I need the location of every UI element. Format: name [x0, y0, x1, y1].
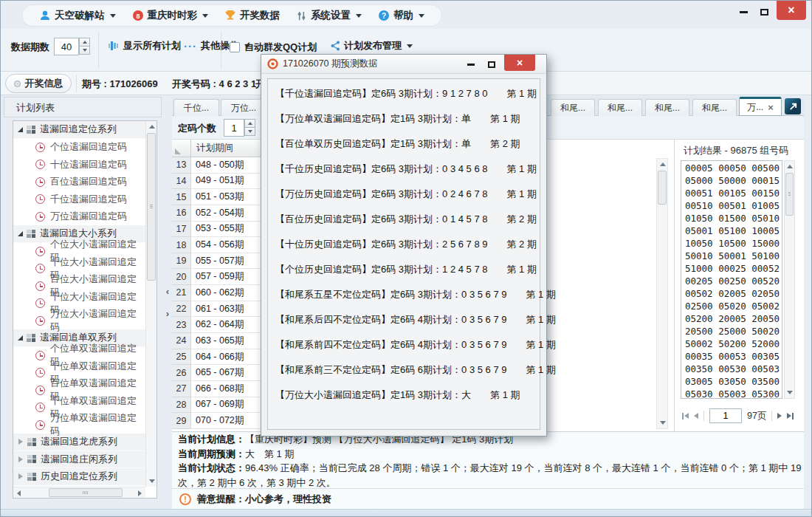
scroll-up-icon[interactable]	[657, 159, 668, 170]
table-row[interactable]: 29 070 - 072期	[172, 413, 264, 429]
tree-item[interactable]: 个位遗漏回追定码	[13, 139, 145, 157]
results-row: 03005 03050 03500	[685, 376, 782, 388]
expand-right-button[interactable]: ›	[163, 304, 172, 323]
other-operations-button[interactable]: ··· 其他操作	[184, 39, 250, 52]
tab-hewei-2[interactable]: 和尾...	[598, 99, 642, 116]
dialog-maximize-button[interactable]	[483, 58, 500, 70]
tree-item[interactable]: 千位遗漏回追定码	[13, 191, 145, 208]
code-count-input[interactable]	[224, 119, 244, 137]
scroll-left-icon[interactable]	[13, 487, 24, 499]
tab-hewei-1[interactable]: 和尾...	[551, 99, 595, 116]
show-all-plans-button[interactable]: 显示所有计划	[109, 39, 181, 52]
table-row[interactable]: 21 060 - 062期	[172, 285, 264, 301]
results-scrollbar[interactable]	[784, 160, 795, 399]
tree-item[interactable]: 百位遗漏回追定码	[13, 174, 145, 191]
dialog-minimize-button[interactable]	[462, 58, 480, 70]
tree-vertical-scrollbar[interactable]	[145, 121, 156, 487]
tree-item[interactable]: 十位遗漏回追定码	[13, 156, 145, 174]
maximize-button[interactable]	[754, 5, 774, 18]
table-row[interactable]: 16 052 - 054期	[172, 205, 264, 222]
table-row[interactable]: 23 062 - 064期	[172, 317, 264, 333]
plan-sidebar: 计划列表 遗漏回追定位系列 个位遗漏回追定码	[4, 97, 162, 509]
last-page-button[interactable]	[787, 413, 794, 420]
minimize-button[interactable]	[734, 5, 753, 18]
tab-hewei-3[interactable]: 和尾...	[645, 99, 689, 116]
popout-icon[interactable]	[785, 98, 801, 114]
scrollbar-thumb[interactable]	[658, 171, 667, 205]
close-button[interactable]: ×	[777, 1, 806, 20]
results-pager: 97页	[678, 407, 794, 425]
tab-active-wan[interactable]: 万... ×	[739, 97, 782, 116]
table-row[interactable]: 15 051 - 053期	[172, 189, 264, 205]
scroll-up-icon[interactable]	[146, 121, 157, 132]
twisty-icon[interactable]	[18, 127, 23, 132]
page-number-input[interactable]	[709, 408, 742, 423]
spin-down-icon[interactable]	[244, 127, 255, 136]
content-vertical-scrollbar[interactable]	[656, 158, 668, 429]
twisty-icon[interactable]	[18, 473, 23, 479]
twisty-icon[interactable]	[18, 456, 23, 462]
period-count-stepper[interactable]	[79, 38, 90, 55]
grid-header-period[interactable]: 计划期间	[191, 140, 264, 157]
table-row[interactable]: 28 067 - 069期	[172, 397, 264, 414]
table-row[interactable]: 14 049 - 051期	[172, 174, 264, 190]
scrollbar-thumb[interactable]	[147, 133, 156, 281]
table-row[interactable]: 20 057 - 059期	[172, 269, 264, 285]
scrollbar-thumb[interactable]	[49, 488, 123, 497]
tree-item[interactable]: 遗漏回追定位系列	[13, 121, 145, 139]
tree-item[interactable]: 历史回追定位系列	[13, 468, 145, 486]
dialog-close-button[interactable]: ×	[504, 55, 535, 71]
scroll-down-icon[interactable]	[146, 476, 157, 487]
scroll-up-icon[interactable]	[784, 161, 795, 172]
prediction-row: 【和尾系五星不定位定码】定6码 3期计划：0 3 5 6 7 9 第 1 期	[268, 282, 540, 307]
separator	[76, 75, 77, 92]
twisty-icon[interactable]	[18, 439, 23, 445]
spin-down-icon[interactable]	[79, 46, 90, 55]
prediction-row: 【十位历史回追定码】定6码 3期计划：2 5 6 7 8 9 第 2 期	[268, 232, 540, 257]
twisty-icon[interactable]	[18, 335, 23, 340]
tab-close-icon[interactable]: ×	[768, 102, 774, 113]
tree-item[interactable]: 万位大小遗漏回追定码	[13, 312, 145, 330]
tab-hewei-4[interactable]: 和尾...	[692, 99, 737, 116]
tree-horizontal-scrollbar[interactable]	[13, 487, 145, 498]
tree-item[interactable]: 遗漏回追庄闲系列	[13, 451, 145, 469]
twisty-icon[interactable]	[18, 231, 23, 236]
auto-qq-checkbox[interactable]	[230, 42, 240, 52]
menu-draw-data[interactable]: 开奖数据	[218, 9, 286, 22]
period-count-input[interactable]	[54, 38, 79, 55]
next-page-button[interactable]	[777, 413, 782, 419]
table-row[interactable]: 26 065 - 067期	[172, 365, 264, 381]
table-row[interactable]: 17 053 - 055期	[172, 222, 264, 238]
scroll-down-icon[interactable]	[657, 417, 668, 428]
prev-page-button[interactable]	[694, 413, 698, 419]
scroll-right-icon[interactable]	[134, 487, 145, 499]
grid-corner-cell[interactable]	[172, 140, 191, 157]
tree-item-label: 遗漏回追龙虎系列	[41, 435, 117, 448]
draw-info-button[interactable]: 开奖信息	[5, 74, 72, 93]
tree-item[interactable]: 万位单双遗漏回追定码	[13, 417, 145, 434]
tab-wanwei[interactable]: 万位...	[221, 99, 266, 116]
row-number-cell: 21	[172, 285, 191, 301]
plan-publish-button[interactable]: 计划发布管理	[330, 39, 413, 52]
scroll-down-icon[interactable]	[784, 387, 795, 398]
prediction-row: 【万位单双遗漏回追定码】定1码 3期计划：单 第 1 期	[268, 106, 540, 131]
menu-site[interactable]: 天空破解站	[32, 9, 123, 22]
scrollbar-thumb[interactable]	[785, 173, 794, 216]
collapse-left-button[interactable]: ‹	[163, 281, 172, 301]
menu-lottery[interactable]: 8 重庆时时彩	[125, 9, 216, 22]
menu-settings[interactable]: 系统设置	[289, 9, 368, 22]
first-page-button[interactable]	[682, 413, 689, 420]
menu-help[interactable]: ? 帮助	[371, 9, 431, 22]
table-row[interactable]: 19 055 - 057期	[172, 253, 264, 270]
table-row[interactable]: 13 048 - 050期	[172, 157, 264, 174]
code-count-stepper[interactable]	[244, 119, 255, 137]
dialog-title: 171026070 期预测数据	[283, 58, 378, 70]
table-row[interactable]: 18 054 - 056期	[172, 237, 264, 253]
table-row[interactable]: 22 061 - 063期	[172, 301, 264, 318]
tree-item[interactable]: 万位遗漏回追定码	[13, 208, 145, 226]
tab-qianwei[interactable]: 千位...	[173, 99, 219, 116]
table-row[interactable]: 27 066 - 068期	[172, 381, 264, 397]
table-row[interactable]: 24 063 - 065期	[172, 333, 264, 349]
table-row[interactable]: 25 064 - 066期	[172, 349, 264, 366]
results-list[interactable]: 00005 00050 00500 05000 50000 00015 0005…	[681, 160, 782, 399]
